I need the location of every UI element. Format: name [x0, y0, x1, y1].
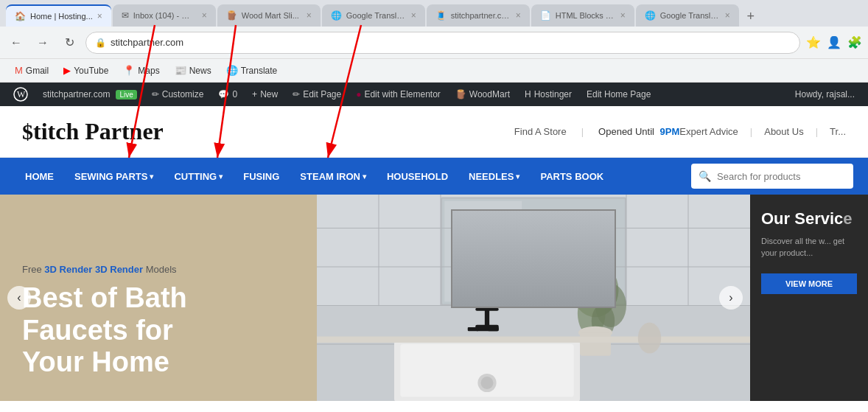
more-link[interactable]: Tr...	[830, 126, 846, 137]
render-label: 3D Render	[44, 264, 92, 275]
wp-customize[interactable]: ✏ Customize	[144, 83, 211, 106]
hero-title: Best of Bath Faucets for Your Home	[22, 282, 295, 379]
about-us-link[interactable]: About Us	[764, 126, 803, 137]
wp-edit-home[interactable]: Edit Home Page	[579, 83, 658, 106]
wp-woodmart[interactable]: 🪵 WoodMart	[448, 83, 517, 106]
reload-button[interactable]: ↻	[59, 32, 80, 53]
wp-site-name[interactable]: stitchpartner.com Live	[35, 83, 144, 106]
nav-parts-book[interactable]: PARTS BOOK	[530, 158, 614, 195]
gmail-icon: M	[15, 65, 23, 76]
bookmark-star-icon[interactable]: ⭐	[806, 35, 821, 49]
url-text: stitchpartner.com	[111, 37, 183, 48]
nav-fusing[interactable]: FUSING	[233, 158, 290, 195]
hero-center-image: ›	[317, 195, 750, 401]
address-input[interactable]: 🔒 stitchpartner.com	[85, 32, 800, 54]
nav-sewing-parts[interactable]: SEWING PARTS ▾	[64, 158, 164, 195]
nav-parts-book-label: PARTS BOOK	[540, 171, 603, 182]
header-right: Expert Advice | About Us | Tr...	[679, 126, 846, 137]
svg-rect-33	[488, 327, 499, 331]
tab-woodmart[interactable]: 🪵 Wood Mart Sli... ×	[217, 4, 321, 27]
bookmark-gmail[interactable]: M Gmail	[9, 63, 55, 78]
nav-needles[interactable]: NEEDLES ▾	[458, 158, 530, 195]
tab-close-icon[interactable]: ×	[516, 10, 521, 21]
nav-home[interactable]: HOME	[15, 158, 64, 195]
sink-image	[317, 195, 750, 401]
wp-hostinger[interactable]: H Hostinger	[517, 83, 579, 106]
tab-close-icon[interactable]: ×	[725, 10, 730, 21]
howdy-text: Howdy, rajsal...	[795, 89, 855, 99]
site-logo[interactable]: $titch Partner	[22, 118, 514, 145]
bookmark-news[interactable]: 📰 News	[169, 63, 217, 78]
tab-label: Inbox (104) - su...	[133, 11, 192, 20]
hero-prev-button[interactable]: ‹	[7, 286, 31, 310]
tab-stitchpartner[interactable]: 🧵 stitchpartner.co... ×	[427, 4, 530, 27]
search-icon: 🔍	[699, 170, 711, 182]
header-center: Find A Store | Opened Until 9PM	[514, 126, 679, 137]
back-button[interactable]: ←	[6, 32, 27, 53]
tab-active[interactable]: 🏠 Home | Hosting... ×	[6, 4, 111, 27]
svg-rect-24	[580, 332, 611, 356]
nav-needles-label: NEEDLES	[469, 171, 514, 182]
nav-cutting[interactable]: CUTTING ▾	[164, 158, 233, 195]
new-tab-button[interactable]: +	[741, 6, 761, 27]
news-icon: 📰	[175, 65, 186, 76]
chevron-down-icon: ▾	[363, 172, 366, 181]
tab-favicon: 🏠	[15, 11, 26, 21]
tab-close-icon[interactable]: ×	[620, 10, 626, 21]
wp-elementor[interactable]: ● Edit with Elementor	[349, 83, 448, 106]
tab-html[interactable]: 📄 HTML Blocks <S... ×	[531, 4, 634, 27]
tab-favicon: ✉	[122, 10, 129, 21]
hero-right-panel: Our Service Discover all the w... get yo…	[750, 195, 868, 401]
hostinger-label: Hostinger	[534, 89, 572, 99]
tab-label: Google Translat...	[346, 11, 405, 20]
chevron-down-icon: ▾	[516, 172, 519, 181]
bookmark-youtube[interactable]: ▶ YouTube	[57, 63, 114, 78]
profile-icon[interactable]: 👤	[827, 35, 841, 49]
wp-edit-page[interactable]: ✏ Edit Page	[285, 83, 349, 106]
search-input[interactable]	[717, 171, 846, 182]
customize-label: Customize	[162, 89, 204, 99]
view-more-button[interactable]: VIEW MORE	[761, 273, 857, 294]
nav-items: HOME SEWING PARTS ▾ CUTTING ▾ FUSING STE…	[15, 158, 691, 195]
opened-time: 9PM	[660, 126, 680, 137]
tab-label: stitchpartner.co...	[451, 11, 510, 20]
nav-household[interactable]: HOUSEHOLD	[377, 158, 458, 195]
bookmark-label: YouTube	[74, 66, 108, 76]
d-render-label: 3D Render	[95, 264, 143, 275]
tab-close-icon[interactable]: ×	[202, 10, 207, 21]
wp-new[interactable]: + New	[245, 83, 285, 106]
tab-close-icon[interactable]: ×	[307, 10, 312, 21]
new-label: New	[260, 89, 278, 99]
forward-button[interactable]: →	[32, 32, 53, 53]
nav-steam-iron[interactable]: STEAM IRON ▾	[290, 158, 377, 195]
tab-inbox[interactable]: ✉ Inbox (104) - su... ×	[113, 4, 216, 27]
header-separator: |	[581, 126, 584, 137]
bookmark-label: News	[189, 66, 211, 76]
hero-left-panel: ‹ Free 3D Render 3D Render Models Best o…	[0, 195, 317, 401]
bookmark-label: Maps	[138, 66, 159, 76]
search-box[interactable]: 🔍	[691, 164, 853, 189]
bookmark-label: Translate	[241, 66, 278, 76]
elementor-label: Edit with Elementor	[364, 89, 440, 99]
wp-logo[interactable]: W	[6, 83, 35, 106]
expert-advice-link[interactable]: Expert Advice	[679, 126, 738, 137]
extensions-icon[interactable]: 🧩	[847, 35, 862, 49]
tab-favicon: 📄	[540, 10, 551, 21]
bookmark-maps[interactable]: 📍 Maps	[117, 63, 165, 78]
lock-icon: 🔒	[95, 38, 106, 48]
nav-cutting-label: CUTTING	[174, 171, 217, 182]
hero-next-button[interactable]: ›	[719, 286, 743, 310]
plus-icon: +	[252, 89, 257, 99]
svg-rect-30	[485, 310, 489, 327]
nav-sewing-parts-label: SEWING PARTS	[74, 171, 147, 182]
translate-icon: 🌐	[226, 65, 238, 76]
find-store-link[interactable]: Find A Store	[514, 126, 567, 137]
wp-comments[interactable]: 💬 0	[211, 83, 245, 106]
bookmark-translate[interactable]: 🌐 Translate	[220, 63, 284, 78]
tab-translate2[interactable]: 🌐 Google Translat... ×	[636, 4, 739, 27]
tab-translate1[interactable]: 🌐 Google Translat... ×	[322, 4, 425, 27]
tab-close-icon[interactable]: ×	[97, 11, 102, 21]
svg-point-28	[481, 377, 494, 389]
tab-close-icon[interactable]: ×	[411, 10, 416, 21]
live-badge: Live	[116, 90, 136, 99]
